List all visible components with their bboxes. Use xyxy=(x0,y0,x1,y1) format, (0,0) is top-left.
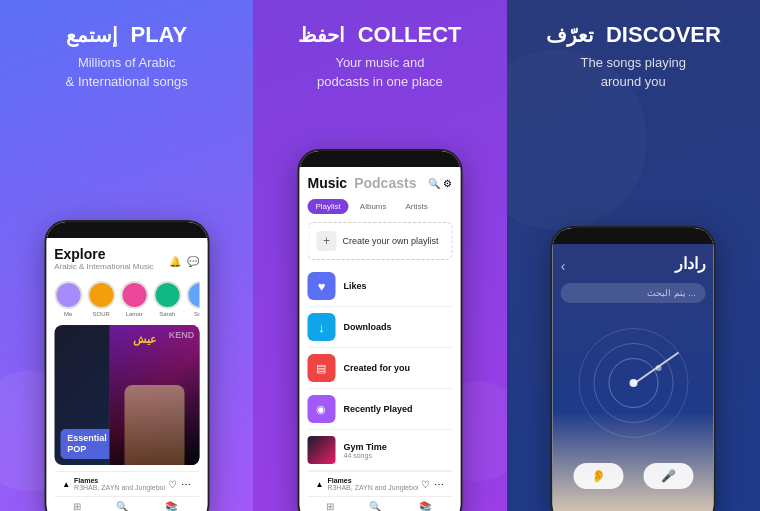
avatar-item: Me xyxy=(54,281,82,317)
nav-explore-2[interactable]: ⊞ Explore xyxy=(320,501,340,511)
playlist-item-created[interactable]: ▤ Created for you xyxy=(307,348,452,389)
panel-2-header: احفظ COLLECT Your music and podcasts in … xyxy=(288,0,471,101)
tab-artists[interactable]: Artists xyxy=(398,199,436,214)
featured-card: عيش KEND Essential POP xyxy=(54,325,199,465)
explore-icon-2: ⊞ xyxy=(326,501,334,511)
panel-1-title-english: PLAY xyxy=(130,22,187,47)
radar-controls: 👂 🎤 xyxy=(561,463,706,489)
screen-1-top-row: Explore Arabic & International Music 🔔 💬 xyxy=(54,246,199,277)
screen-tab-icons: 🔍 ⚙ xyxy=(428,178,452,189)
radar-title: رادار xyxy=(675,254,706,273)
now-playing-bar[interactable]: ▲ Flames R3HAB, ZAYN and Jungleboi ♡ ⋯ xyxy=(54,471,199,496)
panel-discover: تعرّف DISCOVER The songs playing around … xyxy=(507,0,760,511)
now-playing: Flames R3HAB, ZAYN and Jungleboi xyxy=(74,477,168,491)
panel-collect: احفظ COLLECT Your music and podcasts in … xyxy=(253,0,506,511)
tab-pills: Playlist Albums Artists xyxy=(307,199,452,214)
create-playlist-btn[interactable]: + Create your own playlist xyxy=(307,222,452,260)
phone-screen-3: ‹ رادار يتم البحث ... 👂 🎤 xyxy=(553,244,714,511)
radar-listen-btn[interactable]: 👂 xyxy=(573,463,623,489)
downloads-icon: ↓ xyxy=(307,313,335,341)
panel-1-title-arabic: إستمع xyxy=(66,24,118,46)
library-icon: 📚 xyxy=(165,501,177,511)
panel-play: إستمع PLAY Millions of Arabic & Internat… xyxy=(0,0,253,511)
nav-search[interactable]: 🔍 Search xyxy=(112,501,131,511)
more-icon: ⋯ xyxy=(181,479,191,490)
radar-search: يتم البحث ... xyxy=(561,283,706,303)
heart-icon-2: ♡ xyxy=(421,479,430,490)
panel-3-header: تعرّف DISCOVER The songs playing around … xyxy=(536,0,731,101)
explore-icon: ⊞ xyxy=(73,501,81,511)
panel-1-subtitle: Millions of Arabic & International songs xyxy=(66,54,188,90)
avatar-list: Me SOUR Lamar Sarah Sa... xyxy=(54,281,199,317)
card-art xyxy=(109,325,199,465)
bell-icon: 🔔 xyxy=(169,256,181,267)
avatar-item: Sarah xyxy=(153,281,181,317)
avatar-item: Sa... xyxy=(186,281,199,317)
avatar-circle xyxy=(87,281,115,309)
panel-1-title: إستمع PLAY xyxy=(66,22,188,48)
podcasts-label: Podcasts xyxy=(354,175,416,191)
likes-icon: ♥ xyxy=(307,272,335,300)
playlist-item-likes[interactable]: ♥ Likes xyxy=(307,266,452,307)
avatar-circle xyxy=(186,281,199,309)
play-icon: ▲ xyxy=(62,480,70,489)
now-playing-info-2: Flames R3HAB, ZAYN and Jungleboi xyxy=(327,477,418,491)
phone-notch-2 xyxy=(299,151,460,167)
now-playing-2: Flames R3HAB, ZAYN and Jungleboi xyxy=(327,477,421,491)
nav-library-2[interactable]: 📚 Your library xyxy=(410,501,440,511)
created-icon: ▤ xyxy=(307,354,335,382)
playlist-item-downloads[interactable]: ↓ Downloads xyxy=(307,307,452,348)
phone-screen-2: Music Podcasts 🔍 ⚙ Playlist Albums Artis… xyxy=(299,167,460,511)
panel-3-subtitle: The songs playing around you xyxy=(546,54,721,90)
avatar-circle xyxy=(153,281,181,309)
bottom-nav-1: ⊞ Explore 🔍 Search 📚 Your library xyxy=(54,496,199,511)
nav-library[interactable]: 📚 Your library xyxy=(156,501,186,511)
phone-notch-3 xyxy=(553,228,714,244)
screen-tabs: Music Podcasts 🔍 ⚙ xyxy=(307,175,452,191)
avatar-circle xyxy=(120,281,148,309)
search-icon-2: 🔍 xyxy=(428,178,440,189)
more-icon-2: ⋯ xyxy=(434,479,444,490)
heart-icon: ♡ xyxy=(168,479,177,490)
explore-title: Explore Arabic & International Music xyxy=(54,246,154,277)
panel-1-header: إستمع PLAY Millions of Arabic & Internat… xyxy=(56,0,198,101)
listen-icon: 👂 xyxy=(591,469,606,483)
card-label: Essential POP xyxy=(60,429,114,459)
gym-thumb xyxy=(307,436,335,464)
phone-mockup-3: ‹ رادار يتم البحث ... 👂 🎤 xyxy=(551,226,716,511)
screen-1-icons: 🔔 💬 xyxy=(169,256,199,267)
avatar-item: Lamar xyxy=(120,281,148,317)
panel-3-title: تعرّف DISCOVER xyxy=(546,22,721,48)
library-icon-2: 📚 xyxy=(419,501,431,511)
play-icon-2: ▲ xyxy=(315,480,323,489)
avatar-item: SOUR xyxy=(87,281,115,317)
phone-screen-1: Explore Arabic & International Music 🔔 💬… xyxy=(46,238,207,511)
nav-explore[interactable]: ⊞ Explore xyxy=(67,501,87,511)
plus-icon: + xyxy=(316,231,336,251)
search-icon-3: 🔍 xyxy=(369,501,381,511)
now-playing-info: Flames R3HAB, ZAYN and Jungleboi xyxy=(74,477,165,491)
phone-notch-1 xyxy=(46,222,207,238)
now-playing-bar-2[interactable]: ▲ Flames R3HAB, ZAYN and Jungleboi ♡ ⋯ xyxy=(307,471,452,496)
playlist-item-recent[interactable]: ◉ Recently Played xyxy=(307,389,452,430)
tab-albums[interactable]: Albums xyxy=(352,199,395,214)
radar-center-dot xyxy=(629,379,637,387)
tab-playlist[interactable]: Playlist xyxy=(307,199,348,214)
panel-2-subtitle: Your music and podcasts in one place xyxy=(298,54,461,90)
mic-icon: 🎤 xyxy=(661,469,676,483)
radar-mic-btn[interactable]: 🎤 xyxy=(643,463,693,489)
panel-2-title: احفظ COLLECT xyxy=(298,22,461,48)
recent-icon: ◉ xyxy=(307,395,335,423)
avatar-circle xyxy=(54,281,82,309)
playlist-item-gym[interactable]: Gym Time 44 songs xyxy=(307,430,452,471)
back-icon[interactable]: ‹ xyxy=(561,258,566,274)
nav-search-2[interactable]: 🔍 Search xyxy=(366,501,385,511)
settings-icon: ⚙ xyxy=(443,178,452,189)
gym-info: Gym Time 44 songs xyxy=(343,442,386,459)
phone-mockup-1: Explore Arabic & International Music 🔔 💬… xyxy=(44,220,209,511)
chat-icon: 💬 xyxy=(187,256,199,267)
radar-top-row: ‹ رادار xyxy=(561,254,706,277)
search-icon: 🔍 xyxy=(116,501,128,511)
bottom-nav-2: ⊞ Explore 🔍 Search 📚 Your library xyxy=(307,496,452,511)
phone-mockup-2: Music Podcasts 🔍 ⚙ Playlist Albums Artis… xyxy=(297,149,462,511)
